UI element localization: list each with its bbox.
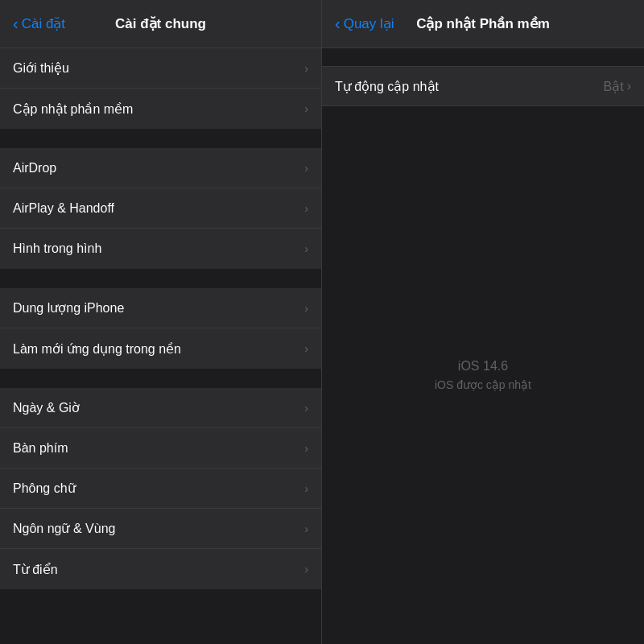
label-dung-luong: Dung lượng iPhone (13, 300, 124, 316)
ios-version: iOS 14.6 (458, 359, 508, 374)
row-gioi-thieu[interactable]: Giới thiệu › (0, 48, 321, 89)
auto-update-value[interactable]: Bật › (604, 79, 631, 94)
auto-update-status: Bật (604, 79, 624, 94)
right-panel-title: Cập nhật Phần mềm (416, 15, 550, 32)
chevron-right-icon-6: › (304, 302, 308, 315)
section-2: AirDrop › AirPlay & Handoff › Hình trong… (0, 148, 321, 269)
left-panel: ‹ Cài đặt Cài đặt chung Giới thiệu › Cập… (0, 0, 322, 644)
back-button-settings[interactable]: ‹ Cài đặt (13, 14, 65, 33)
label-ngon-ngu-vung: Ngôn ngữ & Vùng (13, 521, 115, 536)
auto-update-row[interactable]: Tự động cập nhật Bật › (322, 66, 644, 106)
ios-info: iOS 14.6 iOS được cập nhật (322, 106, 644, 644)
chevron-right-icon-3: › (304, 162, 308, 175)
auto-update-chevron-icon: › (627, 79, 631, 93)
left-panel-title: Cài đặt chung (115, 15, 206, 32)
section-gap-2 (0, 270, 321, 288)
chevron-right-icon-5: › (304, 242, 308, 255)
label-airplay-handoff: AirPlay & Handoff (13, 201, 114, 216)
label-hinh-trong-hinh: Hình trong hình (13, 242, 101, 256)
chevron-right-icon-10: › (304, 482, 308, 495)
row-phong-chu[interactable]: Phông chữ › (0, 469, 321, 509)
chevron-right-icon: › (304, 62, 308, 75)
row-airplay-handoff[interactable]: AirPlay & Handoff › (0, 188, 321, 229)
row-cap-nhat-phan-mem[interactable]: Cập nhật phần mềm › (0, 89, 321, 129)
row-ngay-gio[interactable]: Ngày & Giờ › (0, 388, 321, 428)
right-header: ‹ Quay lại Cập nhật Phần mềm (322, 0, 644, 48)
back-label-settings: Cài đặt (22, 15, 65, 32)
label-ngay-gio: Ngày & Giờ (13, 400, 80, 415)
row-lam-moi-ung-dung[interactable]: Làm mới ứng dụng trong nền › (0, 328, 321, 369)
chevron-right-icon-2: › (304, 102, 308, 115)
label-ban-phim: Bàn phím (13, 441, 68, 456)
section-gap-1 (0, 130, 321, 148)
label-lam-moi-ung-dung: Làm mới ứng dụng trong nền (13, 341, 181, 357)
row-airdrop[interactable]: AirDrop › (0, 148, 321, 188)
label-cap-nhat-phan-mem: Cập nhật phần mềm (13, 101, 133, 117)
label-phong-chu: Phông chữ (13, 481, 76, 496)
chevron-right-icon-7: › (304, 342, 308, 355)
right-panel: ‹ Quay lại Cập nhật Phần mềm Tự động cập… (322, 0, 644, 644)
ios-status: iOS được cập nhật (435, 378, 531, 391)
chevron-right-icon-12: › (304, 563, 308, 576)
section-3: Dung lượng iPhone › Làm mới ứng dụng tro… (0, 288, 321, 369)
left-header: ‹ Cài đặt Cài đặt chung (0, 0, 321, 48)
chevron-right-icon-4: › (304, 202, 308, 215)
row-ban-phim[interactable]: Bàn phím › (0, 428, 321, 469)
row-tu-dien[interactable]: Từ điển › (0, 549, 321, 589)
back-label-software: Quay lại (344, 15, 394, 32)
label-airdrop: AirDrop (13, 161, 56, 175)
label-gioi-thieu: Giới thiệu (13, 60, 69, 76)
row-dung-luong[interactable]: Dung lượng iPhone › (0, 288, 321, 328)
back-button-software[interactable]: ‹ Quay lại (335, 14, 394, 33)
chevron-right-icon-8: › (304, 402, 308, 415)
auto-update-label: Tự động cập nhật (335, 79, 439, 94)
row-hinh-trong-hinh[interactable]: Hình trong hình › (0, 229, 321, 269)
back-chevron-icon: ‹ (13, 14, 19, 33)
label-tu-dien: Từ điển (13, 562, 58, 577)
right-content: Tự động cập nhật Bật › iOS 14.6 iOS được… (322, 48, 644, 644)
chevron-right-icon-9: › (304, 442, 308, 455)
section-gap-3 (0, 370, 321, 388)
section-1: Giới thiệu › Cập nhật phần mềm › (0, 48, 321, 129)
chevron-right-icon-11: › (304, 522, 308, 535)
section-4: Ngày & Giờ › Bàn phím › Phông chữ › Ngôn… (0, 388, 321, 589)
back-chevron-icon-right: ‹ (335, 14, 341, 33)
row-ngon-ngu-vung[interactable]: Ngôn ngữ & Vùng › (0, 509, 321, 549)
